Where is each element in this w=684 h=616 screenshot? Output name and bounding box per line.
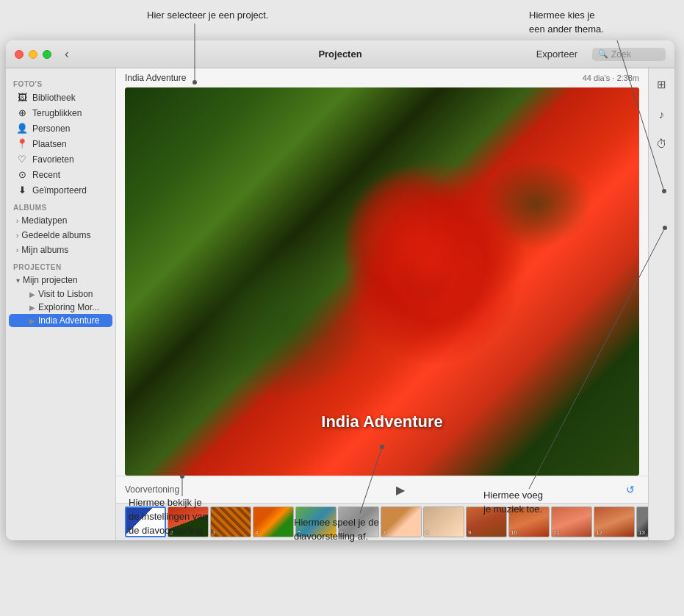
callout-theme: Hiermee kies jeeen ander thema. xyxy=(529,9,604,37)
sidebar-label-india: India Adventure xyxy=(38,315,99,326)
lisbon-icon: ▶ xyxy=(29,290,35,298)
titlebar-nav: ‹ xyxy=(60,45,73,63)
terugblikken-icon: ⊕ xyxy=(16,107,28,118)
sidebar-label-personen: Personen xyxy=(32,123,70,134)
thumb-num-12: 12 xyxy=(596,529,602,536)
right-tools-panel: ⊞ ♪ ⏱ xyxy=(648,68,674,540)
sidebar-item-india[interactable]: ▶ India Adventure xyxy=(9,314,112,327)
sidebar-label-gedeelde: Gedeelde albums xyxy=(21,230,90,240)
mijnalbums-arrow-icon: › xyxy=(16,246,18,254)
callout-project: Hier selecteer je een project. xyxy=(147,9,268,23)
sidebar-group-gedeelde[interactable]: › Gedeelde albums xyxy=(9,228,112,243)
exploring-icon: ▶ xyxy=(29,304,35,312)
thumb-num-3: 3 xyxy=(212,529,215,536)
slideshow-area[interactable]: India Adventure xyxy=(125,87,639,476)
sidebar-item-plaatsen[interactable]: 📍 Plaatsen xyxy=(9,136,112,151)
fullscreen-button[interactable] xyxy=(43,50,51,59)
filmstrip-thumb-5[interactable]: 5 xyxy=(295,506,336,537)
sidebar-label-recent: Recent xyxy=(32,170,60,180)
search-box[interactable]: 🔍 Zoek xyxy=(592,48,666,61)
sidebar-label-lisbon: Visit to Lisbon xyxy=(38,289,93,299)
sidebar-group-mijnalbums[interactable]: › Mijn albums xyxy=(9,243,112,257)
sidebar-item-terugblikken[interactable]: ⊕ Terugblikken xyxy=(9,105,112,121)
thumb-num-6: 6 xyxy=(340,529,343,536)
sidebar-item-exploring[interactable]: ▶ Exploring Mor... xyxy=(9,301,112,314)
filmstrip-thumb-7[interactable]: 7 xyxy=(381,506,422,537)
project-title: India Adventure xyxy=(125,73,186,83)
recent-icon: ⊙ xyxy=(16,169,28,180)
export-button[interactable]: Exporteer xyxy=(530,46,583,62)
thumb-bg-7 xyxy=(381,507,421,537)
albums-section-label: Albums xyxy=(6,198,115,213)
titlebar: ‹ Projecten Exporteer 🔍 Zoek xyxy=(6,40,674,68)
filmstrip-thumb-12[interactable]: 12 xyxy=(594,506,635,537)
main-panel: India Adventure 44 dia's · 2:38m India A… xyxy=(116,68,648,540)
sidebar-item-bibliotheek[interactable]: 🖼 Bibliotheek xyxy=(9,90,112,105)
slideshow-title: India Adventure xyxy=(321,412,442,431)
thumb-bg-4 xyxy=(253,507,293,537)
filmstrip-thumb-10[interactable]: 10 xyxy=(508,506,550,537)
thumb-bg-3 xyxy=(211,507,251,537)
sidebar-label-terugblikken: Terugblikken xyxy=(32,108,82,118)
sidebar-label-mediatypen: Mediatypen xyxy=(21,215,67,226)
thumb-num-13: 13 xyxy=(638,529,645,536)
thumb-bg-9 xyxy=(467,507,506,537)
thumb-bg-8 xyxy=(424,507,464,537)
sidebar-label-exploring: Exploring Mor... xyxy=(38,302,99,312)
sidebar-group-mijnprojecten[interactable]: ▾ Mijn projecten xyxy=(9,273,112,287)
thumb-num-11: 11 xyxy=(553,529,560,536)
mijnprojecten-arrow-icon: ▾ xyxy=(16,276,20,284)
content-area: Foto's 🖼 Bibliotheek ⊕ Terugblikken 👤 Pe… xyxy=(6,68,674,540)
sidebar-item-favorieten[interactable]: ♡ Favorieten xyxy=(9,151,112,167)
sidebar-label-mijnprojecten: Mijn projecten xyxy=(23,275,78,285)
project-meta: 44 dia's · 2:38m xyxy=(583,74,639,82)
close-button[interactable] xyxy=(15,50,24,59)
sidebar-group-mediatypen[interactable]: › Mediatypen xyxy=(9,213,112,228)
favorieten-icon: ♡ xyxy=(16,154,28,165)
filmstrip-thumb-13[interactable]: 13 xyxy=(636,506,648,537)
sidebar-item-personen[interactable]: 👤 Personen xyxy=(9,121,112,136)
projecten-section-label: Projecten xyxy=(6,257,115,273)
sidebar-label-favorieten: Favorieten xyxy=(32,154,74,165)
bibliotheek-icon: 🖼 xyxy=(16,92,28,103)
loop-button[interactable]: ↺ xyxy=(622,481,639,498)
filmstrip-thumb-4[interactable]: 4 xyxy=(253,506,294,537)
thumb-num-2: 2 xyxy=(170,529,173,536)
india-icon: ▶ xyxy=(29,317,35,325)
thumb-num-4: 4 xyxy=(255,529,258,536)
theme-button[interactable]: ⊞ xyxy=(652,74,672,95)
filmstrip-thumb-3[interactable]: 3 xyxy=(210,506,251,537)
sidebar: Foto's 🖼 Bibliotheek ⊕ Terugblikken 👤 Pe… xyxy=(6,68,116,540)
preview-label: Voorvertoning xyxy=(125,484,179,495)
filmstrip-thumb-2[interactable]: 2 xyxy=(168,506,209,537)
filmstrip-thumb-11[interactable]: 11 xyxy=(551,506,592,537)
sidebar-item-lisbon[interactable]: ▶ Visit to Lisbon xyxy=(9,287,112,301)
personen-icon: 👤 xyxy=(16,123,28,134)
sidebar-label-mijnalbums: Mijn albums xyxy=(21,245,68,255)
play-button[interactable]: ▶ xyxy=(392,481,409,498)
sidebar-label-plaatsen: Plaatsen xyxy=(32,139,67,149)
geimporteerd-icon: ⬇ xyxy=(16,185,28,196)
duration-button[interactable]: ⏱ xyxy=(652,133,672,154)
search-icon: 🔍 xyxy=(598,49,608,59)
sidebar-item-geimporteerd[interactable]: ⬇ Geïmporteerd xyxy=(9,182,112,198)
thumb-num-8: 8 xyxy=(425,529,428,536)
back-button[interactable]: ‹ xyxy=(60,45,73,63)
gedeelde-arrow-icon: › xyxy=(16,232,18,240)
minimize-button[interactable] xyxy=(29,50,37,59)
thumb-bg-5 xyxy=(296,507,336,537)
filmstrip-thumb-8[interactable]: 8 xyxy=(423,506,464,537)
filmstrip-thumb-6[interactable]: 6 xyxy=(338,506,379,537)
sidebar-label-geimporteerd: Geïmporteerd xyxy=(32,185,87,196)
titlebar-actions: Exporteer 🔍 Zoek xyxy=(530,46,666,62)
slideshow-image: India Adventure xyxy=(125,87,639,476)
music-button[interactable]: ♪ xyxy=(652,104,672,124)
thumb-num-5: 5 xyxy=(298,529,300,536)
thumb-bg-1 xyxy=(126,508,165,536)
preview-bar: Voorvertoning ▶ ↺ xyxy=(116,476,648,503)
filmstrip-thumb-9[interactable]: 9 xyxy=(466,506,507,537)
thumb-num-7: 7 xyxy=(383,529,386,536)
filmstrip-thumb-1[interactable]: 1 xyxy=(125,506,166,537)
thumb-bg-6 xyxy=(339,507,378,537)
sidebar-item-recent[interactable]: ⊙ Recent xyxy=(9,167,112,182)
